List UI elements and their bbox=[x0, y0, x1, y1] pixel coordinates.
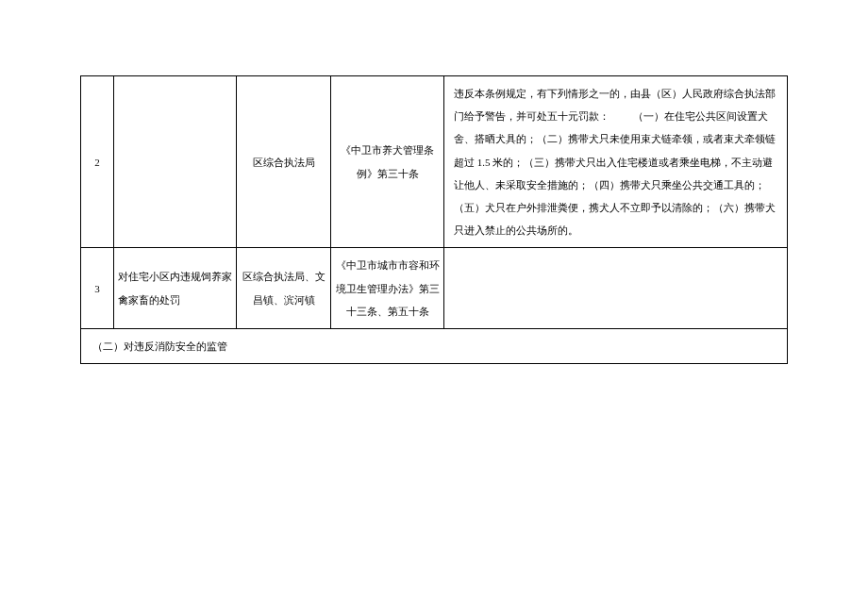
cell-description: 违反本条例规定，有下列情形之一的，由县（区）人民政府综合执法部门给予警告，并可处… bbox=[444, 76, 788, 248]
table-row: 3 对住宅小区内违规饲养家禽家畜的处罚 区综合执法局、文昌镇、滨河镇 《中卫市城… bbox=[81, 248, 788, 329]
cell-department: 区综合执法局 bbox=[237, 76, 331, 248]
section-title: （二）对违反消防安全的监管 bbox=[81, 328, 788, 363]
cell-matter: 对住宅小区内违规饲养家禽家畜的处罚 bbox=[114, 248, 237, 329]
table-row: 2 区综合执法局 《中卫市养犬管理条例》第三十条 违反本条例规定，有下列情形之一… bbox=[81, 76, 788, 248]
cell-basis: 《中卫市城市市容和环境卫生管理办法》第三十三条、第五十条 bbox=[331, 248, 444, 329]
regulation-table: 2 区综合执法局 《中卫市养犬管理条例》第三十条 违反本条例规定，有下列情形之一… bbox=[80, 75, 788, 364]
cell-basis: 《中卫市养犬管理条例》第三十条 bbox=[331, 76, 444, 248]
cell-number: 3 bbox=[81, 248, 114, 329]
cell-number: 2 bbox=[81, 76, 114, 248]
section-header-row: （二）对违反消防安全的监管 bbox=[81, 328, 788, 363]
cell-description bbox=[444, 248, 788, 329]
cell-matter bbox=[114, 76, 237, 248]
cell-department: 区综合执法局、文昌镇、滨河镇 bbox=[237, 248, 331, 329]
